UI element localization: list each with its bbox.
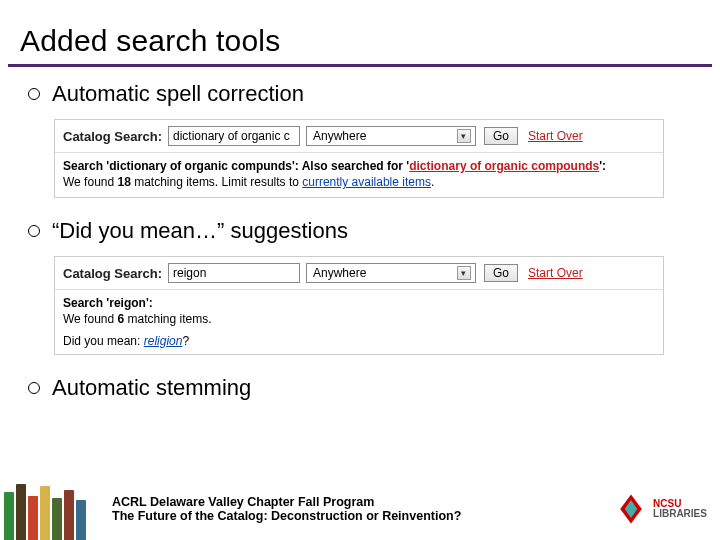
- screenshot-spell-correction: Catalog Search: Anywhere ▾ Go Start Over…: [54, 119, 664, 198]
- search-for-suffix: ':: [146, 296, 153, 310]
- search-term: dictionary of organic compunds: [109, 159, 292, 173]
- after-corrected: ':: [599, 159, 606, 173]
- catalog-search-label: Catalog Search:: [63, 129, 162, 144]
- scope-select[interactable]: Anywhere ▾: [306, 126, 476, 146]
- logo-icon: [613, 491, 649, 527]
- slide: Added search tools Automatic spell corre…: [0, 0, 720, 540]
- search-bar-row: Catalog Search: Anywhere ▾ Go Start Over: [55, 120, 663, 152]
- did-you-mean-row: Did you mean: religion?: [55, 334, 663, 354]
- search-bar-row: Catalog Search: Anywhere ▾ Go Start Over: [55, 257, 663, 289]
- results-text: Search 'reigon': We found 6 matching ite…: [55, 290, 663, 334]
- dym-suggestion-link[interactable]: religion: [144, 334, 183, 348]
- logo-text-2: LIBRARIES: [653, 509, 707, 519]
- found-mid: matching items. Limit results to: [131, 175, 302, 189]
- start-over-link[interactable]: Start Over: [528, 129, 583, 143]
- footer-line-2: The Future of the Catalog: Deconstructio…: [112, 509, 600, 523]
- bullet-2: “Did you mean…” suggestions: [28, 218, 700, 244]
- dym-end: ?: [182, 334, 189, 348]
- bullet-1-text: Automatic spell correction: [52, 81, 304, 107]
- go-button[interactable]: Go: [484, 264, 518, 282]
- bullet-marker-icon: [28, 225, 40, 237]
- slide-title: Added search tools: [0, 0, 720, 64]
- found-count: 18: [117, 175, 130, 189]
- results-text: Search 'dictionary of organic compunds':…: [55, 153, 663, 197]
- found-prefix: We found: [63, 312, 117, 326]
- search-for-suffix: ': Also searched for ': [292, 159, 409, 173]
- search-input[interactable]: [168, 263, 300, 283]
- chevron-down-icon: ▾: [457, 266, 471, 280]
- bullet-1: Automatic spell correction: [28, 81, 700, 107]
- footer: ACRL Delaware Valley Chapter Fall Progra…: [0, 478, 720, 540]
- bullet-marker-icon: [28, 382, 40, 394]
- bullet-3-text: Automatic stemming: [52, 375, 251, 401]
- found-end: .: [431, 175, 434, 189]
- limit-results-link[interactable]: currently available items: [302, 175, 431, 189]
- footer-text: ACRL Delaware Valley Chapter Fall Progra…: [100, 495, 600, 523]
- bullet-marker-icon: [28, 88, 40, 100]
- chevron-down-icon: ▾: [457, 129, 471, 143]
- start-over-link[interactable]: Start Over: [528, 266, 583, 280]
- footer-line-1: ACRL Delaware Valley Chapter Fall Progra…: [112, 495, 600, 509]
- dym-prefix: Did you mean:: [63, 334, 144, 348]
- go-button[interactable]: Go: [484, 127, 518, 145]
- ncsu-libraries-logo: NCSU LIBRARIES: [600, 491, 720, 527]
- scope-value: Anywhere: [313, 266, 366, 280]
- search-term: reigon: [109, 296, 146, 310]
- bullet-3: Automatic stemming: [28, 375, 700, 401]
- scope-select[interactable]: Anywhere ▾: [306, 263, 476, 283]
- scope-value: Anywhere: [313, 129, 366, 143]
- found-prefix: We found: [63, 175, 117, 189]
- bullet-2-text: “Did you mean…” suggestions: [52, 218, 348, 244]
- found-suffix: matching items.: [124, 312, 211, 326]
- catalog-search-label: Catalog Search:: [63, 266, 162, 281]
- search-for-prefix: Search ': [63, 159, 109, 173]
- search-input[interactable]: [168, 126, 300, 146]
- books-icon: [0, 478, 100, 540]
- content-area: Automatic spell correction Catalog Searc…: [0, 67, 720, 401]
- corrected-term-link[interactable]: dictionary of organic compounds: [409, 159, 599, 173]
- search-for-prefix: Search ': [63, 296, 109, 310]
- screenshot-did-you-mean: Catalog Search: Anywhere ▾ Go Start Over…: [54, 256, 664, 355]
